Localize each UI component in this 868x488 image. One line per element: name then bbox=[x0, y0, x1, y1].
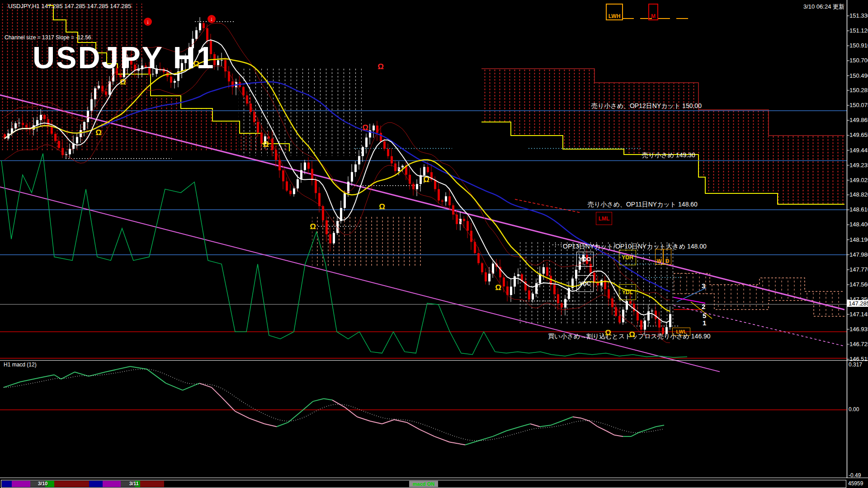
price-annotation: OP13日NYカット/OP10日NYカット大きめ 148.00 bbox=[563, 243, 707, 251]
omega-marker-icon: Ω bbox=[423, 175, 429, 184]
omega-marker-icon: Ω bbox=[310, 222, 316, 231]
price-tick-label: 146.935 bbox=[849, 326, 868, 333]
price-tick-label: 149.445 bbox=[849, 147, 868, 154]
price-annotation: 売り小さめ 149.30 bbox=[642, 151, 695, 160]
weekly-box: W bbox=[655, 249, 663, 265]
macd-scale-top: 0.317 bbox=[849, 361, 862, 368]
session-date-label: 3/10 bbox=[38, 481, 47, 486]
session-segment bbox=[140, 481, 164, 487]
price-tick-label: 149.235 bbox=[849, 162, 868, 169]
price-tick-label: 147.980 bbox=[849, 251, 868, 258]
symbol-ohlc-line: USDJPY,H1 147.285 147.285 147.285 147.28… bbox=[8, 3, 131, 9]
update-time: 3/10 06:24 更新 bbox=[803, 3, 844, 11]
macd-toggle-button[interactable]: macd ON bbox=[409, 481, 438, 487]
price-tick-label: 146.725 bbox=[849, 341, 868, 347]
omega-marker-icon: Ω bbox=[263, 140, 269, 149]
price-tick-label: 150.285 bbox=[849, 87, 868, 94]
price-tick-label: 151.120 bbox=[849, 27, 868, 34]
omega-marker-icon: Ω bbox=[193, 60, 199, 69]
price-tick-label: 149.025 bbox=[849, 177, 868, 183]
omega-marker-icon: Ω bbox=[379, 202, 385, 211]
omega-marker-icon: Ω bbox=[362, 123, 368, 132]
watermark: USDJPY H1 bbox=[33, 40, 215, 75]
session-segment bbox=[2, 481, 12, 487]
price-tick-label: 150.490 bbox=[849, 72, 868, 79]
price-tick-label: 149.865 bbox=[849, 117, 868, 123]
price-annotation: 売り小さめ、OP11日NYカット 148.60 bbox=[588, 201, 698, 209]
price-tick-label: 150.910 bbox=[849, 42, 868, 49]
price-tick-label: 147.145 bbox=[849, 311, 868, 318]
omega-marker-icon: Ω bbox=[605, 328, 611, 338]
omega-marker-icon: Ω bbox=[629, 330, 635, 339]
price-tick-label: 149.655 bbox=[849, 131, 868, 138]
yesterday-high-box: YDH bbox=[619, 250, 636, 265]
omega-marker-icon: Ω bbox=[377, 62, 384, 71]
price-annotation: 売り小さめ、OP12日NYカット 150.00 bbox=[591, 102, 702, 110]
price-tick-label: 148.400 bbox=[849, 221, 868, 228]
daily-box: D bbox=[663, 249, 671, 265]
target-count-label: 3 bbox=[702, 282, 705, 290]
session-segment bbox=[89, 481, 103, 487]
monthly-box: M bbox=[648, 4, 658, 20]
trading-terminal: USDJPY,H1 147.285 147.285 147.285 147.28… bbox=[0, 0, 868, 488]
current-price-badge: 147.285 bbox=[847, 300, 868, 307]
price-tick-label: 147.560 bbox=[849, 281, 868, 288]
macd-indicator-label: H1 macd (12) bbox=[4, 361, 37, 368]
sell-signal-down-arrow-icon: ↓ bbox=[208, 15, 216, 23]
price-tick-label: 146.515 bbox=[849, 356, 868, 362]
yesterday-close-box: YDC bbox=[576, 275, 594, 292]
sell-signal-down-arrow-icon: ↓ bbox=[144, 18, 152, 26]
session-segment bbox=[12, 481, 30, 487]
price-tick-label: 148.820 bbox=[849, 191, 868, 198]
price-tick-label: 150.700 bbox=[849, 57, 868, 64]
price-tick-label: 148.610 bbox=[849, 206, 868, 213]
session-segment bbox=[103, 481, 121, 487]
price-tick-label: 148.190 bbox=[849, 236, 868, 243]
macd-scale-zero: 0.00 bbox=[849, 406, 859, 413]
target-count-label: 5 bbox=[703, 312, 706, 319]
macd-scale-bottom: -0.49 bbox=[849, 472, 861, 479]
tick-counter: 45959 bbox=[848, 480, 863, 487]
price-tick-label: 147.770 bbox=[849, 266, 868, 273]
omega-marker-icon: Ω bbox=[495, 283, 501, 292]
last-month-low-box: LML bbox=[596, 212, 612, 225]
session-date-label: 3/11 bbox=[129, 481, 139, 486]
price-tick-label: 151.330 bbox=[849, 12, 868, 19]
omega-marker-icon: Ω bbox=[95, 128, 102, 137]
yesterday-low-box: YDL bbox=[619, 284, 636, 300]
target-count-label: 2 bbox=[702, 303, 705, 310]
target-count-label: 1 bbox=[703, 319, 706, 327]
omega-marker-icon: Ω bbox=[120, 78, 126, 87]
price-tick-label: 150.075 bbox=[849, 102, 868, 108]
session-segment bbox=[54, 481, 89, 487]
last-week-high-box: LWH bbox=[606, 4, 623, 20]
yesterday-open-box: YDO bbox=[576, 252, 594, 267]
